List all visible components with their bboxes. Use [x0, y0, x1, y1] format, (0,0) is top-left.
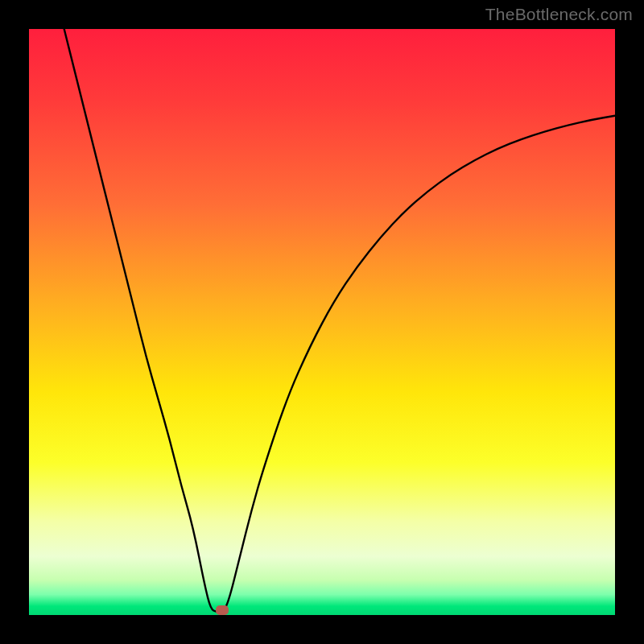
plot-area: [29, 29, 615, 615]
watermark-text: TheBottleneck.com: [485, 5, 633, 24]
bottleneck-curve: [64, 29, 615, 612]
optimal-marker: [216, 605, 229, 615]
chart-frame: TheBottleneck.com: [0, 0, 644, 644]
curve-layer: [29, 29, 615, 615]
